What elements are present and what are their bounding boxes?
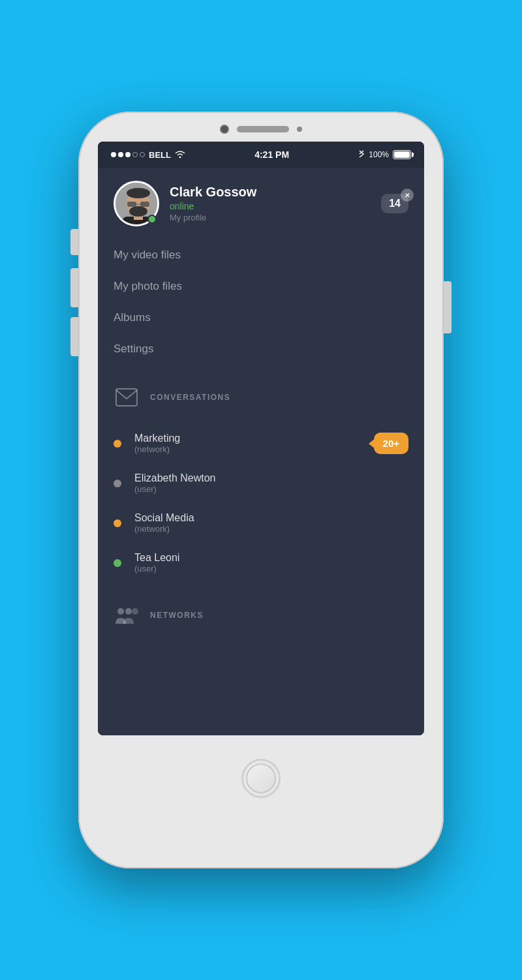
svg-rect-7 (127, 202, 136, 207)
phone-top (78, 112, 444, 139)
status-bar: BELL 4:21 PM 100 (98, 142, 424, 168)
carrier-label: BELL (149, 150, 171, 160)
signal-dot-4 (132, 152, 138, 157)
signal-indicator (111, 152, 145, 157)
volume-up-button (70, 268, 78, 307)
battery-icon (393, 150, 411, 159)
networks-header: NETWORKS (98, 589, 424, 635)
speaker (237, 126, 289, 132)
conv-info-social-media: Social Media (network) (134, 512, 408, 534)
conv-name-social-media: Social Media (134, 512, 408, 524)
conversation-marketing[interactable]: Marketing (network) 20+ (98, 423, 424, 463)
conversation-elizabeth[interactable]: Elizabeth Newton (user) (98, 463, 424, 503)
svg-rect-10 (116, 389, 137, 406)
notification-badge[interactable]: 14 ✕ (381, 194, 408, 213)
camera-area (220, 125, 302, 134)
bluetooth-icon (358, 149, 365, 161)
networks-label: NETWORKS (150, 611, 204, 620)
app-content: Clark Gossow online My profile 14 ✕ My v… (98, 168, 424, 735)
home-button[interactable] (241, 759, 281, 798)
notification-count: 14 (389, 198, 401, 209)
menu-items: My video files My photo files Albums Set… (98, 233, 424, 371)
conversation-tea-leoni[interactable]: Tea Leoni (user) (98, 543, 424, 583)
signal-dot-2 (118, 152, 123, 157)
power-button (444, 281, 452, 333)
sensor (297, 127, 302, 132)
conv-badge-marketing: 20+ (374, 433, 408, 454)
conv-type-elizabeth: (user) (134, 484, 408, 494)
signal-dot-3 (125, 152, 130, 157)
front-camera (220, 125, 229, 134)
conversations-label: CONVERSATIONS (150, 393, 230, 402)
conv-type-marketing: (network) (134, 444, 374, 454)
conversation-social-media[interactable]: Social Media (network) (98, 503, 424, 543)
conv-dot-elizabeth (114, 480, 121, 487)
svg-point-6 (129, 206, 147, 217)
screen: BELL 4:21 PM 100 (98, 142, 424, 735)
menu-item-photo[interactable]: My photo files (98, 271, 424, 302)
mute-button (70, 229, 78, 255)
home-button-inner (246, 763, 276, 793)
conv-info-tea-leoni: Tea Leoni (user) (134, 552, 408, 574)
svg-point-13 (132, 608, 138, 615)
signal-dot-5 (140, 152, 145, 157)
conv-name-elizabeth: Elizabeth Newton (134, 472, 408, 484)
profile-section: Clark Gossow online My profile 14 ✕ (98, 168, 424, 233)
status-right: 100% (358, 149, 411, 161)
wifi-icon (175, 149, 185, 160)
phone-frame: BELL 4:21 PM 100 (78, 112, 444, 868)
conv-name-tea-leoni: Tea Leoni (134, 552, 408, 564)
svg-point-11 (117, 608, 124, 615)
conv-dot-social-media (114, 519, 121, 527)
avatar-container (114, 181, 159, 226)
menu-item-albums[interactable]: Albums (98, 302, 424, 333)
networks-icon (114, 602, 140, 628)
time-display: 4:21 PM (254, 149, 289, 160)
battery-fill (394, 151, 410, 158)
conversation-list: Marketing (network) 20+ Elizabeth Newton… (98, 417, 424, 589)
conv-info-marketing: Marketing (network) (134, 433, 374, 454)
signal-dot-1 (111, 152, 116, 157)
phone-bottom (241, 735, 281, 868)
svg-point-12 (125, 608, 132, 615)
profile-info: Clark Gossow online My profile (170, 185, 381, 222)
online-indicator (147, 215, 157, 224)
menu-item-settings[interactable]: Settings (98, 333, 424, 365)
conv-type-social-media: (network) (134, 524, 408, 534)
conv-type-tea-leoni: (user) (134, 564, 408, 574)
conv-dot-marketing (114, 440, 121, 448)
volume-down-button (70, 317, 78, 356)
conv-info-elizabeth: Elizabeth Newton (user) (134, 472, 408, 494)
menu-item-video[interactable]: My video files (98, 239, 424, 271)
profile-status: online (170, 201, 381, 211)
conversations-header: CONVERSATIONS (98, 371, 424, 417)
battery-percent: 100% (369, 150, 389, 159)
conv-dot-tea-leoni (114, 559, 121, 567)
conv-name-marketing: Marketing (134, 433, 374, 444)
conversations-icon (114, 384, 140, 410)
close-button[interactable]: ✕ (401, 189, 414, 202)
svg-point-5 (127, 188, 150, 198)
profile-link[interactable]: My profile (170, 213, 381, 222)
svg-rect-8 (140, 202, 149, 207)
profile-name: Clark Gossow (170, 185, 381, 200)
status-left: BELL (111, 149, 185, 160)
